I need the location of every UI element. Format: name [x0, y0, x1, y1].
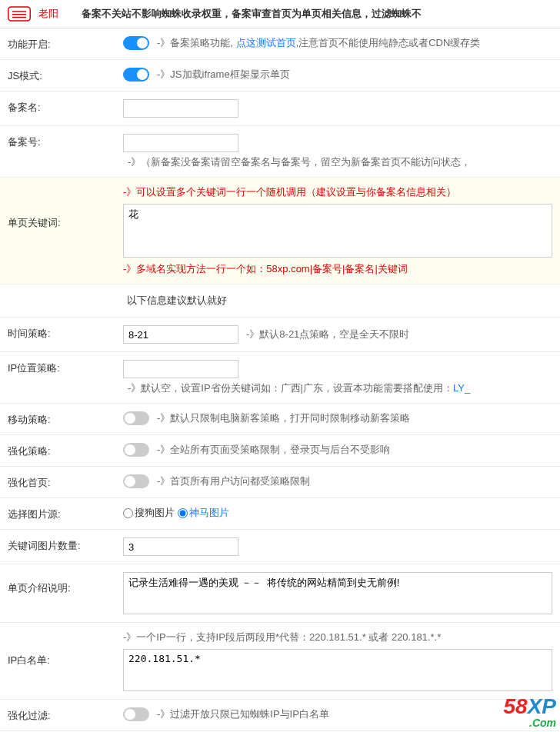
desc-strengthenfilter: -》过滤开放只限已知蜘蛛IP与IP白名单 — [157, 707, 329, 721]
corner-logo: 58XP.Com — [503, 696, 556, 728]
desc-mobilepolicy: -》默认只限制电脑新客策略，打开同时限制移动新客策略 — [157, 411, 410, 425]
hint-keywords-1: -》可以设置多个关键词一行一个随机调用（建议设置与你备案名信息相关） — [123, 185, 552, 199]
desc-recordno: -》（新备案没备案请留空备案名与备案号，留空为新备案首页不能访问状态， — [128, 155, 471, 169]
input-ippolicy[interactable] — [123, 360, 238, 378]
row-imgcount: 关键词图片数量: — [0, 530, 560, 564]
input-recordno[interactable] — [123, 134, 238, 152]
row-ipwhite: IP白名单: -》一个IP一行，支持IP段后两段用*代替：220.181.51.… — [0, 623, 560, 700]
toggle-feature[interactable] — [123, 36, 149, 50]
row-ippolicy: IP位置策略: -》默认空，设置IP省份关键词如：广西|广东，设置本功能需要搭配… — [0, 352, 560, 404]
label-ippolicy: IP位置策略: — [8, 360, 123, 375]
desc-ippolicy: -》默认空，设置IP省份关键词如：广西|广东，设置本功能需要搭配使用：LY_ — [128, 381, 470, 395]
hint-ipwhite: -》一个IP一行，支持IP段后两段用*代替：220.181.51.* 或者 22… — [123, 631, 552, 644]
desc-timepolicy: -》默认8-21点策略，空是全天不限时 — [246, 328, 409, 341]
label-feature: 功能开启: — [8, 36, 123, 52]
toggle-mobilepolicy[interactable] — [123, 411, 149, 425]
label-keywords: 单页关键词: — [8, 185, 123, 230]
label-pagedesc: 单页介绍说明: — [8, 572, 123, 595]
label-recordname: 备案名: — [8, 99, 123, 115]
top-bar: 老阳 备案不关站不影响蜘蛛收录权重，备案审查首页为单页相关信息，过滤蜘蛛不 — [0, 0, 560, 28]
section-note-1: 以下信息建议默认就好 — [0, 284, 560, 318]
row-timepolicy: 时间策略: -》默认8-21点策略，空是全天不限时 — [0, 318, 560, 352]
label-strengthenfilter: 强化过滤: — [8, 707, 123, 723]
desc-feature: -》备案策略功能, 点这测试首页,注意首页不能使用纯静态或者CDN缓存类 — [157, 36, 480, 50]
label-imgcount: 关键词图片数量: — [8, 537, 123, 553]
radio-shenma[interactable]: 神马图片 — [178, 506, 229, 520]
hint-keywords-2: -》多域名实现方法一行一个如：58xp.com|备案号|备案名|关键词 — [123, 262, 552, 276]
textarea-ipwhite[interactable]: 220.181.51.* — [123, 649, 552, 691]
row-recordname: 备案名: — [0, 92, 560, 126]
row-strengthenfilter: 强化过滤: -》过滤开放只限已知蜘蛛IP与IP白名单 — [0, 700, 560, 731]
label-strengthenhome: 强化首页: — [8, 474, 123, 490]
link-ly[interactable]: LY_ — [453, 382, 470, 394]
desc-strengthen: -》全站所有页面受策略限制，登录页与后台不受影响 — [157, 443, 390, 457]
radio-sogou-input[interactable] — [123, 508, 133, 518]
top-notice: 备案不关站不影响蜘蛛收录权重，备案审查首页为单页相关信息，过滤蜘蛛不 — [82, 7, 422, 21]
toggle-strengthenhome[interactable] — [123, 474, 149, 488]
row-strengthenhome: 强化首页: -》首页所有用户访问都受策略限制 — [0, 467, 560, 498]
label-recordno: 备案号: — [8, 134, 123, 149]
radio-shenma-input[interactable] — [178, 508, 188, 518]
toggle-strengthenfilter[interactable] — [123, 707, 149, 721]
row-pagedesc: 单页介绍说明: 记录生活难得一遇的美观 －－ 将传统的网站精简到史无前例! — [0, 564, 560, 623]
label-imgsource: 选择图片源: — [8, 506, 123, 521]
link-test-home[interactable]: 点这测试首页 — [236, 37, 296, 48]
row-imgsource: 选择图片源: 搜狗图片 神马图片 — [0, 498, 560, 530]
label-mobilepolicy: 移动策略: — [8, 411, 123, 427]
row-mobilepolicy: 移动策略: -》默认只限制电脑新客策略，打开同时限制移动新客策略 — [0, 404, 560, 435]
label-strengthen: 强化策略: — [8, 443, 123, 458]
label-ipwhite: IP白名单: — [8, 631, 123, 667]
toggle-jsmode[interactable] — [123, 68, 149, 82]
toggle-strengthen[interactable] — [123, 443, 149, 457]
desc-strengthenhome: -》首页所有用户访问都受策略限制 — [157, 474, 310, 488]
radio-sogou[interactable]: 搜狗图片 — [123, 506, 175, 520]
input-recordname[interactable] — [123, 99, 238, 118]
logo-icon — [8, 6, 31, 22]
label-timepolicy: 时间策略: — [8, 325, 123, 341]
textarea-pagedesc[interactable]: 记录生活难得一遇的美观 －－ 将传统的网站精简到史无前例! — [123, 572, 552, 614]
textarea-keywords[interactable]: 花 — [123, 204, 552, 258]
row-jsmode: JS模式: -》JS加载iframe框架显示单页 — [0, 60, 560, 92]
row-keywords: 单页关键词: -》可以设置多个关键词一行一个随机调用（建议设置与你备案名信息相关… — [0, 178, 560, 284]
row-strengthen: 强化策略: -》全站所有页面受策略限制，登录页与后台不受影响 — [0, 435, 560, 467]
input-timepolicy[interactable] — [123, 325, 238, 344]
label-jsmode: JS模式: — [8, 68, 123, 83]
row-recordno: 备案号: -》（新备案没备案请留空备案名与备案号，留空为新备案首页不能访问状态， — [0, 126, 560, 178]
input-imgcount[interactable] — [123, 537, 238, 556]
row-feature: 功能开启: -》备案策略功能, 点这测试首页,注意首页不能使用纯静态或者CDN缓… — [0, 28, 560, 60]
brand-name: 老阳 — [38, 7, 58, 21]
desc-jsmode: -》JS加载iframe框架显示单页 — [157, 68, 290, 82]
